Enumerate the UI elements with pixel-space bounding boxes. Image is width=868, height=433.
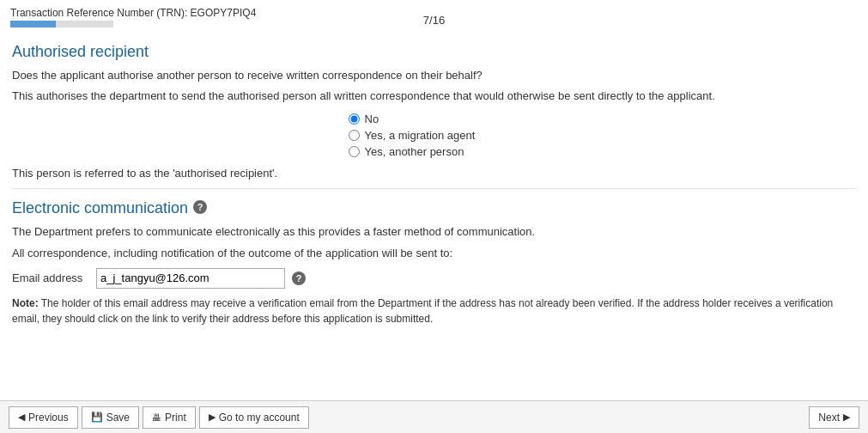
radio-migration-agent-label: Yes, a migration agent [365, 129, 476, 142]
radio-option-migration-agent[interactable]: Yes, a migration agent [349, 129, 520, 142]
section-divider [12, 188, 856, 189]
print-icon: 🖶 [152, 412, 161, 423]
email-input[interactable] [96, 268, 285, 289]
progress-bar-fill [10, 21, 56, 27]
go-to-account-button[interactable]: ▶ Go to my account [199, 406, 309, 429]
email-label: Email address [12, 271, 89, 284]
authorised-recipient-title: Authorised recipient [12, 43, 856, 61]
trn-label: Transaction Reference Number (TRN): EGOP… [10, 7, 256, 19]
footer-right: Next ▶ [809, 406, 859, 429]
authorised-recipient-question: Does the applicant authorise another per… [12, 68, 856, 83]
next-button[interactable]: Next ▶ [809, 406, 859, 429]
authorised-recipient-description: This authorises the department to send t… [12, 88, 856, 104]
previous-button[interactable]: ◀ Previous [9, 406, 78, 429]
electronic-desc2: All correspondence, including notificati… [12, 246, 856, 261]
radio-migration-agent[interactable] [349, 130, 360, 141]
radio-option-another-person[interactable]: Yes, another person [349, 145, 520, 158]
authorised-note: This person is referred to as the 'autho… [12, 167, 856, 180]
footer-left: ◀ Previous 💾 Save 🖶 Print ▶ Go to my acc… [9, 406, 309, 429]
email-help-icon[interactable]: ? [292, 271, 306, 285]
next-icon: ▶ [843, 412, 850, 423]
save-icon: 💾 [91, 412, 103, 423]
radio-another-person-label: Yes, another person [365, 145, 464, 158]
radio-no-label: No [365, 113, 379, 125]
go-to-account-icon: ▶ [209, 412, 215, 423]
print-label: Print [165, 412, 186, 424]
next-label: Next [818, 412, 840, 424]
electronic-communication-title-row: Electronic communication ? [12, 196, 856, 217]
electronic-desc1: The Department prefers to communicate el… [12, 224, 856, 240]
previous-label: Previous [28, 412, 69, 424]
save-button[interactable]: 💾 Save [82, 406, 139, 429]
progress-bar [10, 21, 113, 27]
print-button[interactable]: 🖶 Print [143, 406, 196, 429]
radio-option-no[interactable]: No [349, 113, 520, 125]
page-indicator: 7/16 [423, 14, 445, 27]
radio-no[interactable] [349, 113, 360, 125]
authorised-recipient-options: No Yes, a migration agent Yes, another p… [12, 113, 856, 162]
electronic-communication-title: Electronic communication [12, 199, 188, 217]
save-label: Save [106, 412, 130, 424]
go-to-account-label: Go to my account [219, 412, 300, 424]
content-area: Authorised recipient Does the applicant … [0, 31, 868, 400]
help-icon[interactable]: ? [193, 200, 207, 214]
email-note: Note: The holder of this email address m… [12, 296, 856, 326]
previous-icon: ◀ [18, 412, 25, 423]
note-text: The holder of this email address may rec… [12, 297, 833, 325]
footer-bar: ◀ Previous 💾 Save 🖶 Print ▶ Go to my acc… [0, 400, 868, 433]
radio-another-person[interactable] [349, 146, 360, 157]
note-bold: Note: [12, 297, 39, 309]
email-row: Email address ? [12, 268, 856, 289]
